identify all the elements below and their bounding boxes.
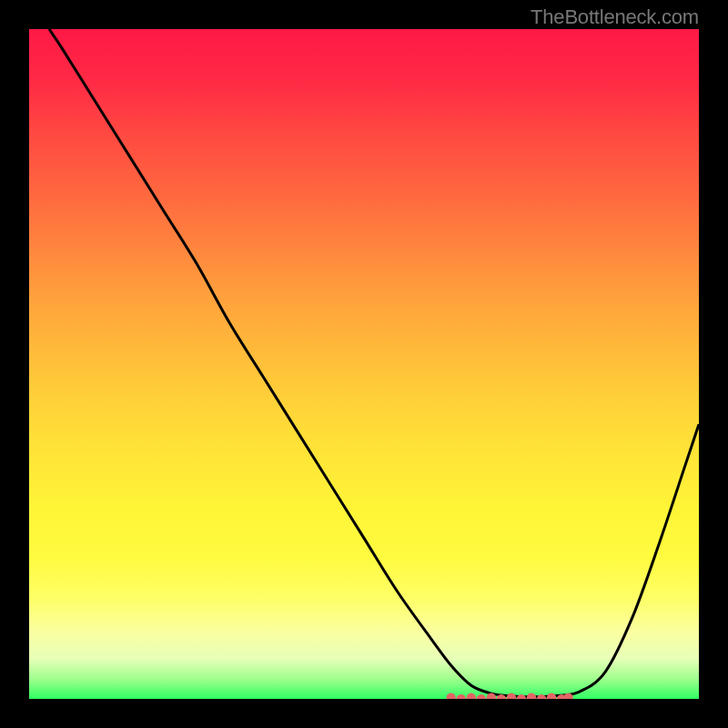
watermark-text: TheBottleneck.com [531, 5, 699, 29]
svg-point-0 [446, 693, 455, 699]
low-bottleneck-marker [446, 693, 572, 699]
bottleneck-curve [49, 29, 699, 697]
svg-point-10 [547, 693, 556, 699]
svg-point-9 [537, 694, 546, 699]
svg-point-1 [457, 694, 466, 699]
svg-point-6 [507, 693, 516, 699]
chart-curve-layer [29, 29, 699, 699]
svg-point-3 [477, 694, 486, 699]
svg-point-8 [527, 693, 536, 699]
svg-point-7 [517, 694, 526, 699]
svg-point-2 [467, 693, 476, 699]
